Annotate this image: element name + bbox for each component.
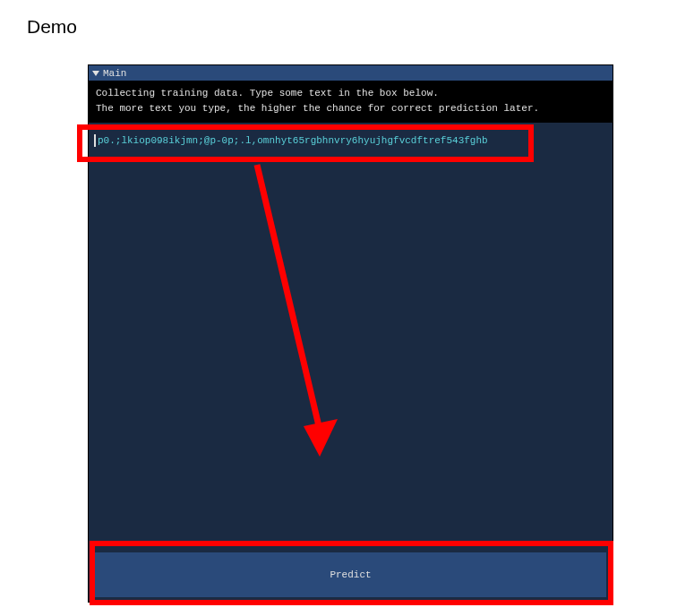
window-title: Main — [103, 68, 126, 79]
text-caret-icon — [94, 134, 96, 147]
info-panel: Collecting training data. Type some text… — [89, 81, 613, 123]
info-line-1: Collecting training data. Type some text… — [96, 86, 605, 101]
predict-button-label: Predict — [330, 569, 371, 580]
info-line-2: The more text you type, the higher the c… — [96, 101, 605, 116]
window-title-bar[interactable]: Main — [89, 65, 613, 81]
predict-button[interactable]: Predict — [95, 552, 606, 597]
app-window: Main Collecting training data. Type some… — [88, 64, 613, 603]
training-text-input[interactable]: p0.;lkiop098ikjmn;@p-0p;.l,omnhyt65rgbhn… — [92, 133, 609, 149]
collapse-triangle-icon[interactable] — [92, 71, 99, 76]
page-title: Demo — [0, 0, 694, 38]
input-text-value: p0.;lkiop098ikjmn;@p-0p;.l,omnhyt65rgbhn… — [98, 135, 488, 146]
